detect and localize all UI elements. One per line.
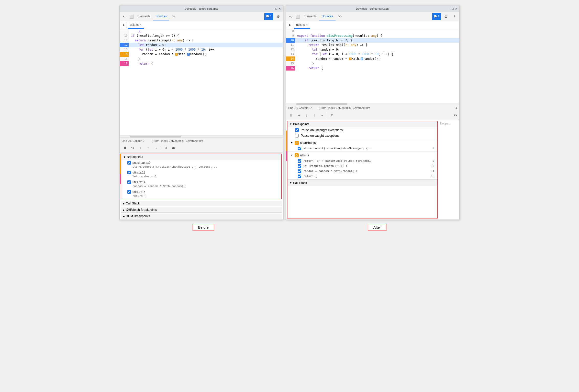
right-callstack-label: Call Stack <box>293 181 307 185</box>
code-line-r10-active: 10 if (results.length >= 7) { <box>286 38 459 43</box>
left-xhr-section: ▶ XHR/fetch Breakpoints <box>121 207 282 213</box>
tab-more-right[interactable]: >> <box>336 13 344 20</box>
more-debug-right[interactable]: >> <box>454 113 457 117</box>
bp-line-utils-2: 10 <box>429 164 434 168</box>
bp-line-utils-3: 14 <box>429 169 434 173</box>
code-line-partial: }, <box>120 29 283 33</box>
left-callstack-header[interactable]: ▶ Call Stack <box>121 201 282 206</box>
file-tab-label-left: utils.ts <box>130 23 139 27</box>
deactivate-btn-left[interactable]: ⊘ <box>162 145 169 151</box>
left-coverage: Coverage: n/a <box>186 139 203 142</box>
left-from-file[interactable]: index-73f73a80.js <box>161 139 184 142</box>
file-tab-utils-right[interactable]: utils.ts ✕ <box>294 21 310 29</box>
settings-icon[interactable]: ⚙ <box>275 13 282 20</box>
bp-row-utils-2: if (results.length >= 7) { 10 <box>287 164 437 169</box>
left-from-text: (From <box>152 139 159 142</box>
code-line-16: 16 return { <box>120 61 283 66</box>
tab-elements-right[interactable]: Elements <box>301 13 319 20</box>
console-icon[interactable]: 💬 1 <box>264 13 273 20</box>
tab-more-left[interactable]: >> <box>169 13 178 20</box>
sidebar-toggle-right[interactable]: ▶ <box>287 22 293 28</box>
bp-check-utils16[interactable] <box>127 190 131 194</box>
more-icon-right[interactable]: ⋮ <box>451 13 458 20</box>
left-devtools-panel: DevTools - coffee-cart.app/ ─ □ ✕ ↖ ⬜ El… <box>119 5 283 220</box>
deactivate-btn-right[interactable]: ⊘ <box>329 112 335 119</box>
pause-uncaught-check[interactable] <box>295 128 299 132</box>
sidebar-toggle-left[interactable]: ▶ <box>121 22 127 28</box>
bp-check-utils14[interactable] <box>127 180 131 184</box>
bp-item-utils14: utils.ts:14 random = random * Math.rando… <box>121 179 281 189</box>
bp-check-utils-4[interactable] <box>298 175 301 178</box>
async-btn-left[interactable]: ⏺ <box>170 145 177 151</box>
bp-check-utils-2[interactable] <box>298 164 301 168</box>
cursor-icon[interactable]: ↖ <box>121 13 128 20</box>
bp-check-snackbar[interactable] <box>127 161 131 165</box>
cursor-icon-right[interactable]: ↖ <box>287 13 294 20</box>
step-into-btn-left[interactable]: ↓ <box>137 145 144 151</box>
dom-label-left: DOM Breakpoints <box>126 214 150 218</box>
bp-check-utils-1[interactable] <box>298 159 301 163</box>
file-tab-utils-left[interactable]: utils.ts ✕ <box>128 21 144 29</box>
pause-btn-right[interactable]: ⏸ <box>288 112 295 119</box>
left-code-area: }, 10 if (results.length >= 7) { 11 retu… <box>120 29 283 135</box>
step-btn-right[interactable]: → <box>319 112 325 119</box>
bp-code-utils14: random = random * Math.random(); <box>127 185 279 189</box>
file-tab-close-right[interactable]: ✕ <box>306 23 308 26</box>
bp-code-snackbar: store.commit('snackbar/showMessage', { c… <box>127 165 279 169</box>
console-drawer-icon[interactable]: ⬇ <box>455 106 457 110</box>
file-tab-close-left[interactable]: ✕ <box>140 23 142 26</box>
minimize-icon: ─ <box>272 7 274 10</box>
step-out-btn-right[interactable]: ↑ <box>311 112 318 119</box>
device-icon[interactable]: ⬜ <box>128 13 135 20</box>
left-window-controls: ─ □ ✕ <box>272 7 281 10</box>
bp-check-snackbar-r[interactable] <box>298 147 301 150</box>
code-line-12-active: 12 let random = 0; <box>120 43 283 47</box>
right-callstack-header[interactable]: ▼ Call Stack <box>287 180 437 186</box>
pink-accent-left <box>120 174 121 184</box>
not-paused-panel: Not pa... <box>439 120 459 220</box>
bp-code-utils-1: return '$' + parseFloat(value).toFixed(… <box>303 159 427 163</box>
console-icon-right[interactable]: 💬 1 <box>432 13 441 20</box>
step-into-btn-right[interactable]: ↓ <box>303 112 310 119</box>
code-line-r16: 16 return { <box>286 66 459 71</box>
tab-sources-left[interactable]: Sources <box>153 13 169 20</box>
left-breakpoints-header[interactable]: ▼ Breakpoints <box>121 154 281 160</box>
close-icon[interactable]: ✕ <box>279 7 281 10</box>
pause-uncaught-item: Pause on uncaught exceptions <box>287 127 437 133</box>
after-label: After <box>368 224 387 231</box>
bp-group-utils[interactable]: ▼ {} utils.ts <box>287 152 437 158</box>
left-dom-header[interactable]: ▶ DOM Breakpoints <box>121 214 282 219</box>
device-icon-right[interactable]: ⬜ <box>294 13 301 20</box>
left-bp-title: Breakpoints <box>127 155 143 159</box>
bp-check-utils-3[interactable] <box>298 169 301 173</box>
bp-entry-utils16: utils.ts:16 <box>127 190 279 194</box>
close-icon-right[interactable]: ✕ <box>455 7 457 10</box>
bp-check-utils12[interactable] <box>127 171 131 174</box>
divider-bp3 <box>287 179 437 180</box>
right-hscroll[interactable] <box>286 103 459 105</box>
bp-group-snackbar[interactable]: ▼ {} snackbar.ts <box>287 140 437 146</box>
tab-sources-right[interactable]: Sources <box>319 13 336 20</box>
right-breakpoints-header[interactable]: ▼ Breakpoints <box>287 121 437 127</box>
divider-bp2 <box>287 152 437 152</box>
step-over-btn-left[interactable]: ↪ <box>129 145 136 151</box>
step-out-btn-left[interactable]: ↑ <box>145 145 151 151</box>
right-coverage: Coverage: n/a <box>353 106 370 109</box>
callstack-label-left: Call Stack <box>126 202 140 205</box>
step-over-btn-right[interactable]: ↪ <box>296 112 302 119</box>
snackbar-group-chevron: ▼ <box>291 141 293 144</box>
settings-icon-right[interactable]: ⚙ <box>442 13 450 20</box>
code-line-r11: 11 return results.map((r: any) => { <box>286 43 459 47</box>
right-from-file[interactable]: index-73f73a80.js <box>328 106 351 109</box>
tab-elements-left[interactable]: Elements <box>135 13 153 20</box>
xhr-chevron-left: ▶ <box>123 209 125 211</box>
step-btn-left[interactable]: → <box>152 145 159 151</box>
pause-btn-left[interactable]: ⏸ <box>122 145 128 151</box>
pause-caught-check[interactable] <box>295 134 299 137</box>
right-status-bar: Line 16, Column 14 (From index-73f73a80.… <box>286 105 459 111</box>
bp-item-utils16: utils.ts:16 return { <box>121 189 281 199</box>
bp-label-utils14: utils.ts:14 <box>132 180 146 184</box>
bp-entry-utils14: utils.ts:14 <box>127 180 279 185</box>
left-xhr-header[interactable]: ▶ XHR/fetch Breakpoints <box>121 207 282 213</box>
left-hscroll[interactable] <box>120 135 283 137</box>
